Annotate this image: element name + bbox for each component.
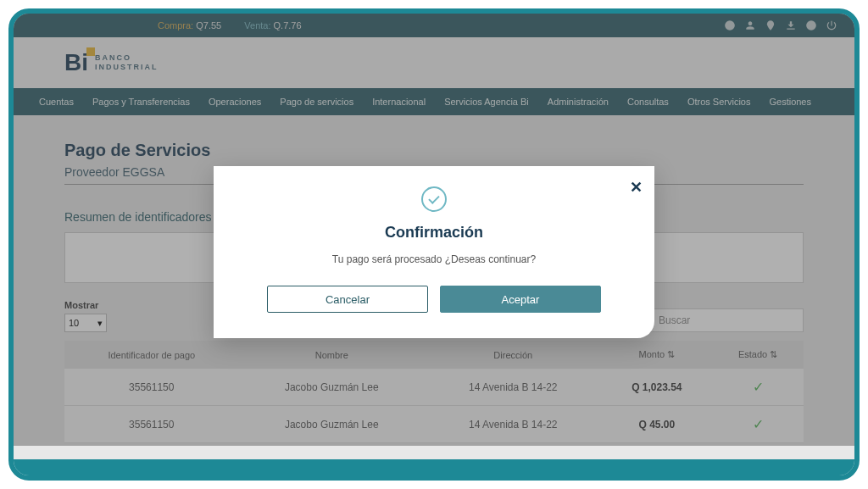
- confirmation-modal: ✕ Confirmación Tu pago será procesado ¿D…: [214, 166, 654, 338]
- close-icon[interactable]: ✕: [630, 178, 643, 197]
- modal-title: Confirmación: [239, 224, 629, 242]
- modal-buttons: Cancelar Aceptar: [239, 286, 629, 313]
- device-base: [8, 459, 860, 480]
- accept-button[interactable]: Aceptar: [440, 286, 601, 313]
- success-check-icon: [421, 186, 447, 212]
- modal-message: Tu pago será procesado ¿Deseas continuar…: [239, 253, 629, 265]
- device-frame: Compra: Q7.55 Venta: Q.7.76 Bi BANCO IND…: [8, 8, 860, 481]
- screen: Compra: Q7.55 Venta: Q.7.76 Bi BANCO IND…: [14, 14, 854, 446]
- cancel-button[interactable]: Cancelar: [267, 286, 428, 313]
